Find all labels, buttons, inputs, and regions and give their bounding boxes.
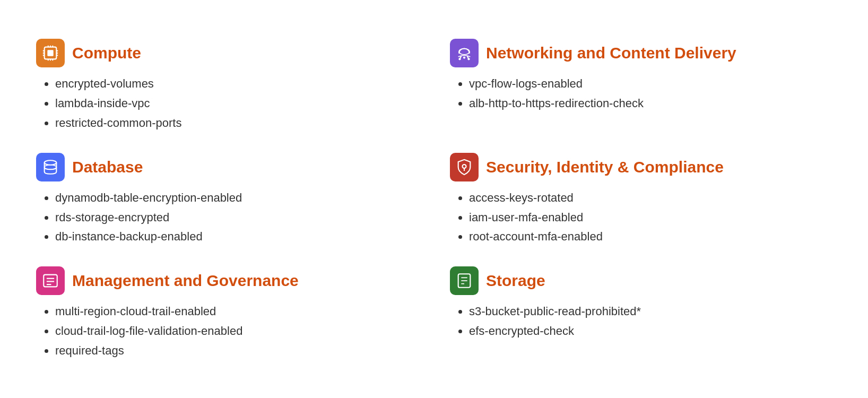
category-header-database: Database [36, 153, 418, 181]
category-items-database: dynamodb-table-encryption-enabledrds-sto… [36, 190, 418, 245]
svg-point-21 [45, 165, 57, 170]
list-item: iam-user-mfa-enabled [469, 210, 832, 226]
category-header-compute: Compute [36, 39, 418, 67]
database-icon [36, 153, 65, 181]
svg-point-19 [463, 57, 465, 59]
list-item: cloud-trail-log-file-validation-enabled [55, 323, 418, 340]
category-block-networking: Networking and Content Deliveryvpc-flow-… [450, 39, 832, 131]
category-items-management: multi-region-cloud-trail-enabledcloud-tr… [36, 304, 418, 359]
main-container: Computeencrypted-volumeslambda-inside-vp… [20, 18, 848, 380]
category-header-management: Management and Governance [36, 266, 418, 295]
category-header-networking: Networking and Content Delivery [450, 39, 832, 67]
svg-point-18 [467, 58, 470, 60]
category-title-compute: Compute [72, 44, 141, 62]
svg-rect-1 [47, 50, 53, 56]
category-block-security: Security, Identity & Complianceaccess-ke… [450, 153, 832, 245]
list-item: alb-http-to-https-redirection-check [469, 96, 832, 112]
list-item: rds-storage-encrypted [55, 210, 418, 226]
category-header-security: Security, Identity & Compliance [450, 153, 832, 181]
category-title-database: Database [72, 158, 143, 176]
category-block-management: Management and Governancemulti-region-cl… [36, 266, 418, 359]
list-item: vpc-flow-logs-enabled [469, 76, 832, 92]
list-item: restricted-common-ports [55, 115, 418, 132]
chip-icon [36, 39, 65, 67]
list-item: efs-encrypted-check [469, 323, 832, 340]
category-title-management: Management and Governance [72, 272, 299, 290]
svg-point-17 [458, 58, 461, 60]
shield-icon [450, 153, 479, 181]
list-item: root-account-mfa-enabled [469, 229, 832, 245]
svg-point-20 [45, 160, 57, 165]
category-items-compute: encrypted-volumeslambda-inside-vpcrestri… [36, 76, 418, 131]
category-block-database: Databasedynamodb-table-encryption-enable… [36, 153, 418, 245]
list-item: s3-bucket-public-read-prohibited* [469, 304, 832, 320]
list-item: multi-region-cloud-trail-enabled [55, 304, 418, 320]
svg-point-22 [462, 165, 466, 168]
category-items-security: access-keys-rotatediam-user-mfa-enabledr… [450, 190, 832, 245]
category-block-compute: Computeencrypted-volumeslambda-inside-vp… [36, 39, 418, 131]
list-item: dynamodb-table-encryption-enabled [55, 190, 418, 206]
category-header-storage: Storage [450, 266, 832, 295]
list-item: lambda-inside-vpc [55, 96, 418, 112]
category-title-networking: Networking and Content Delivery [486, 44, 736, 62]
management-icon [36, 266, 65, 295]
category-items-networking: vpc-flow-logs-enabledalb-http-to-https-r… [450, 76, 832, 112]
list-item: encrypted-volumes [55, 76, 418, 92]
category-title-security: Security, Identity & Compliance [486, 158, 724, 176]
cloud-network-icon [450, 39, 479, 67]
list-item: access-keys-rotated [469, 190, 832, 206]
list-item: db-instance-backup-enabled [55, 229, 418, 245]
svg-point-14 [459, 49, 470, 55]
list-item: required-tags [55, 343, 418, 359]
category-title-storage: Storage [486, 272, 545, 290]
category-block-storage: Storages3-bucket-public-read-prohibited*… [450, 266, 832, 359]
storage-icon [450, 266, 479, 295]
category-items-storage: s3-bucket-public-read-prohibited*efs-enc… [450, 304, 832, 340]
